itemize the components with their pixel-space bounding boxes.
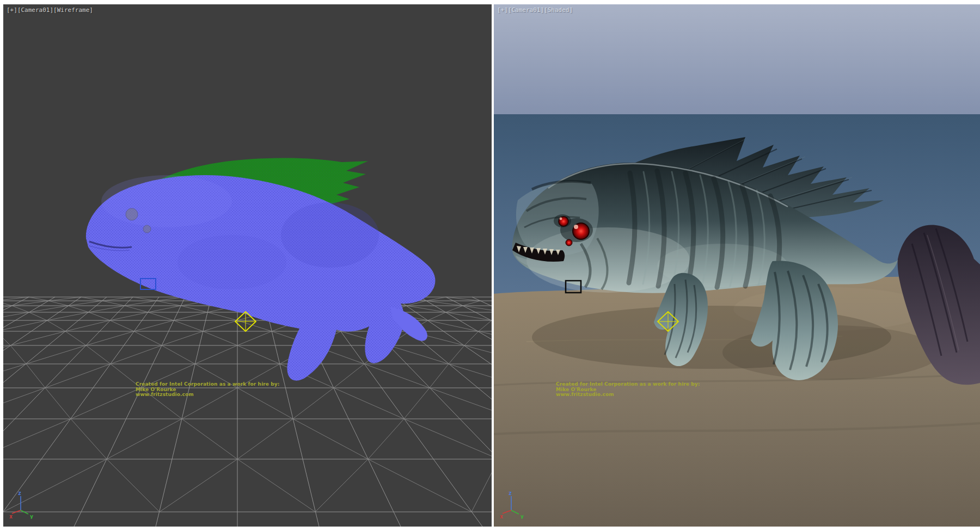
stage: [+][Camera01][Wireframe] Created for Int…	[0, 0, 980, 532]
scene-watermark: Created for Intel Corporation as a work …	[136, 382, 280, 398]
viewport-menu-shading[interactable]: [Wireframe]	[53, 7, 93, 14]
viewport-shaded[interactable]: [+][Camera01][Shaded] Created for Intel …	[494, 4, 980, 527]
watermark-line3: www.fritzstudio.com	[556, 392, 700, 398]
viewport-label: [+][Camera01][Wireframe]	[7, 7, 93, 14]
viewport-menu-general[interactable]: [+]	[7, 7, 17, 14]
axis-z-label: z	[18, 490, 21, 496]
fish-body-wireframe[interactable]	[86, 175, 436, 381]
world-axis-tripod: z x y	[499, 490, 525, 519]
body-shade	[281, 202, 379, 268]
viewport-menu-shading[interactable]: [Shaded]	[544, 7, 573, 14]
axis-y-label: y	[30, 514, 33, 519]
body-highlight	[101, 175, 232, 227]
viewport-wireframe[interactable]: [+][Camera01][Wireframe] Created for Int…	[3, 4, 492, 527]
watermark-line3: www.fritzstudio.com	[136, 392, 280, 398]
viewport-label: [+][Camera01][Shaded]	[497, 7, 573, 14]
sky	[494, 4, 980, 114]
world-axis-tripod: z x y	[9, 490, 35, 519]
wireframe-scene	[3, 4, 492, 527]
eye-left	[126, 208, 138, 220]
viewport-menu-pov[interactable]: [Camera01]	[508, 7, 544, 14]
axis-y-label: y	[520, 514, 524, 519]
viewport-menu-pov[interactable]: [Camera01]	[17, 7, 53, 14]
body-shade2	[177, 235, 286, 289]
axis-z-label: z	[509, 490, 512, 496]
scene-watermark: Created for Intel Corporation as a work …	[556, 382, 700, 398]
shaded-scene	[494, 4, 980, 527]
axis-x-label: x	[500, 514, 503, 519]
eye-small	[143, 225, 151, 233]
axis-x-label: x	[9, 514, 13, 519]
viewport-menu-general[interactable]: [+]	[497, 7, 508, 14]
